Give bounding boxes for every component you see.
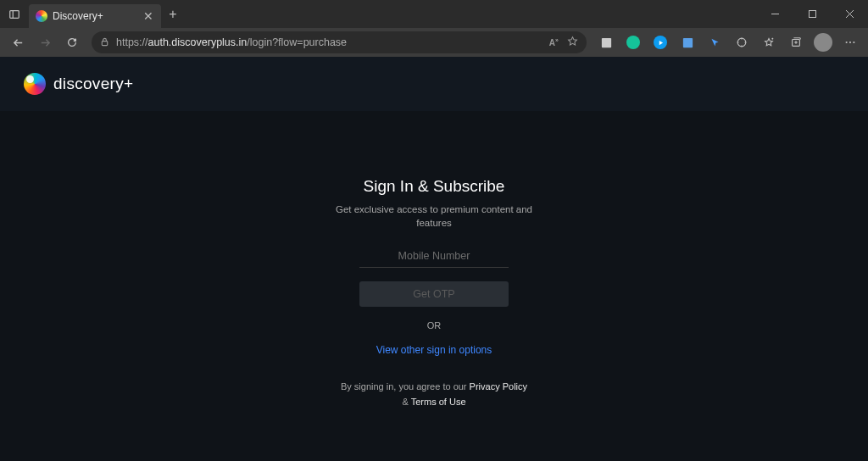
get-otp-button[interactable]: Get OTP <box>359 281 509 307</box>
tab-title: Discovery+ <box>53 10 137 22</box>
new-tab-button[interactable]: + <box>161 3 185 26</box>
lock-icon <box>100 37 109 48</box>
discovery-globe-icon <box>24 73 46 95</box>
signin-subtitle: Get exclusive access to premium content … <box>324 203 544 230</box>
url-scheme: https:// <box>116 36 148 48</box>
legal-prefix: By signing in, you agree to our <box>341 381 470 392</box>
titlebar-left: Discovery+ ✕ + <box>0 0 185 28</box>
browser-titlebar: Discovery+ ✕ + <box>0 0 868 28</box>
tab-actions-icon[interactable] <box>0 0 29 28</box>
window-controls <box>756 0 868 28</box>
url-path: /login?flow=purchase <box>247 36 347 48</box>
svg-rect-8 <box>682 37 692 47</box>
extension-icons <box>593 31 863 53</box>
svg-rect-0 <box>10 10 19 18</box>
url-domain: auth.discoveryplus.in <box>148 36 248 48</box>
other-signin-link[interactable]: View other sign in options <box>324 344 544 356</box>
address-bar[interactable]: https://auth.discoveryplus.in/login?flow… <box>92 31 587 53</box>
address-bar-actions: A» <box>549 36 578 49</box>
svg-rect-7 <box>601 37 610 47</box>
terms-of-use-link[interactable]: Terms of Use <box>411 397 466 407</box>
maximize-button[interactable] <box>793 0 831 28</box>
browser-tab[interactable]: Discovery+ ✕ <box>29 4 161 28</box>
privacy-policy-link[interactable]: Privacy Policy <box>470 381 527 392</box>
tab-favicon-icon <box>36 10 47 22</box>
page-content: discovery+ Sign In & Subscribe Get exclu… <box>0 57 868 461</box>
refresh-button[interactable] <box>59 31 85 54</box>
svg-point-16 <box>849 42 851 43</box>
collections-icon[interactable] <box>785 31 807 53</box>
forward-button[interactable] <box>32 31 58 54</box>
svg-point-9 <box>737 38 746 47</box>
svg-rect-3 <box>809 11 815 18</box>
extension-cursor-icon[interactable] <box>704 31 726 53</box>
minimize-button[interactable] <box>756 0 793 28</box>
url-display: https://auth.discoveryplus.in/login?flow… <box>116 36 542 48</box>
back-button[interactable] <box>5 31 31 54</box>
svg-point-15 <box>846 42 848 43</box>
signin-form: Sign In & Subscribe Get exclusive access… <box>324 177 544 409</box>
mobile-number-input[interactable] <box>359 245 509 268</box>
extension-1-icon[interactable] <box>595 31 617 53</box>
extension-4-icon[interactable] <box>676 31 698 53</box>
svg-point-17 <box>853 42 854 43</box>
tab-close-icon[interactable]: ✕ <box>142 10 154 22</box>
extension-grammarly-icon[interactable] <box>622 31 644 53</box>
site-header: discovery+ <box>0 57 868 111</box>
or-divider: OR <box>324 320 544 330</box>
main-content: Sign In & Subscribe Get exclusive access… <box>0 111 868 461</box>
discovery-logo[interactable]: discovery+ <box>24 73 133 95</box>
legal-text: By signing in, you agree to our Privacy … <box>324 380 544 409</box>
signin-title: Sign In & Subscribe <box>324 177 544 196</box>
extension-6-icon[interactable] <box>731 31 753 53</box>
favorite-icon[interactable] <box>567 36 578 49</box>
extension-media-icon[interactable] <box>649 31 671 53</box>
read-aloud-icon[interactable]: A» <box>549 37 559 47</box>
favorites-bar-icon[interactable] <box>758 31 780 53</box>
close-window-button[interactable] <box>831 0 868 28</box>
profile-avatar[interactable] <box>812 31 834 53</box>
svg-rect-6 <box>102 41 107 45</box>
browser-toolbar: https://auth.discoveryplus.in/login?flow… <box>0 28 868 57</box>
more-menu-icon[interactable] <box>839 31 861 53</box>
logo-text: discovery+ <box>53 75 133 93</box>
legal-amp: & <box>403 397 411 407</box>
